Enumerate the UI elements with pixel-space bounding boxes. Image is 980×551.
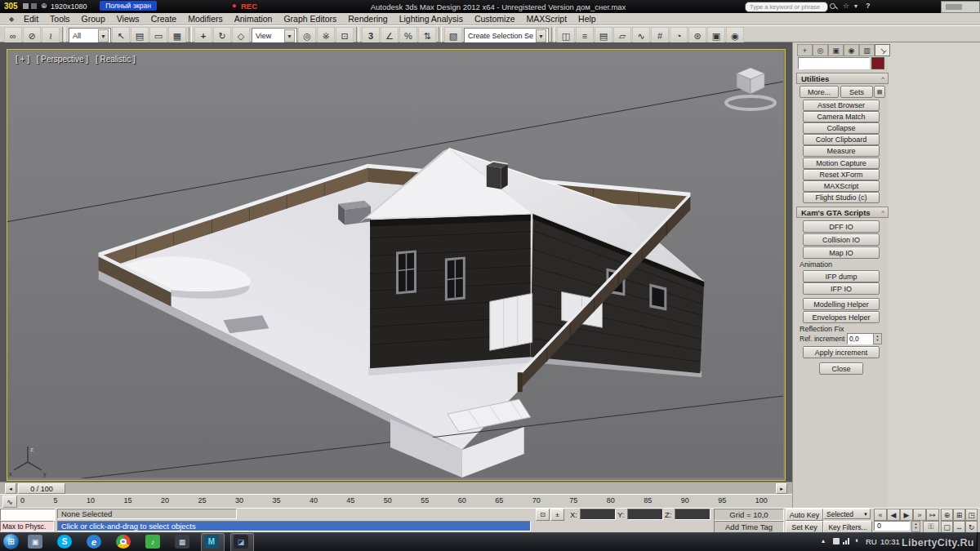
utilities-more-button[interactable]: More... xyxy=(800,86,839,98)
tab-hierarchy[interactable]: ▣ xyxy=(828,44,844,56)
tab-create[interactable]: + xyxy=(797,44,813,56)
time-slider-right-arrow[interactable]: ▸ xyxy=(776,483,787,494)
kams-close-button[interactable]: Close xyxy=(819,362,863,375)
kams-collision-io-button[interactable]: Collision IO xyxy=(803,233,880,246)
utility-motion-capture[interactable]: Motion Capture xyxy=(803,158,880,169)
viewport-menu-general[interactable]: [ + ] xyxy=(16,55,29,64)
menu-animation[interactable]: Animation xyxy=(229,13,278,24)
viewport-menu-shading[interactable]: [ Realistic ] xyxy=(96,55,136,64)
zoom-icon[interactable]: ⊕ xyxy=(941,509,953,521)
utility-measure[interactable]: Measure xyxy=(803,145,880,157)
tab-modify[interactable]: ◎ xyxy=(813,44,828,56)
mini-curve-editor-icon[interactable]: ∿ xyxy=(2,495,17,508)
zoom-extents-icon[interactable]: ◳ xyxy=(965,509,978,521)
menu-customize[interactable]: Customize xyxy=(469,13,521,24)
start-button[interactable]: ⊞ xyxy=(3,534,19,549)
3dsmax-icon[interactable]: M xyxy=(204,535,219,549)
chrome-icon[interactable] xyxy=(116,535,131,549)
green-app-icon[interactable]: ♪ xyxy=(145,535,160,549)
tray-network-icon[interactable] xyxy=(843,538,850,544)
play-button[interactable]: ▶ xyxy=(900,509,913,521)
y-coordinate-field[interactable] xyxy=(627,509,663,520)
tab-display[interactable]: ▥ xyxy=(859,44,875,56)
absolute-offset-icon[interactable]: ± xyxy=(550,509,564,521)
favorites-star-icon[interactable]: ☆ xyxy=(843,2,849,10)
orbit-icon[interactable]: ↻ xyxy=(965,521,978,533)
kams-modelling-helper-button[interactable]: Modelling Helper xyxy=(803,298,880,310)
kams-rollout-header[interactable]: Kam's GTA Scripts ^ xyxy=(796,207,889,218)
viewport-perspective[interactable]: z x y [ + ] [ Perspective ] [ Realistic … xyxy=(7,49,786,481)
utility-collapse[interactable]: Collapse xyxy=(803,122,880,134)
set-key-button[interactable]: Set Key xyxy=(786,521,823,533)
add-time-tag[interactable]: Add Time Tag xyxy=(714,521,784,533)
ref-increment-spinner[interactable]: ▲▼ xyxy=(873,333,882,344)
z-coordinate-field[interactable] xyxy=(675,509,710,520)
go-to-start-button[interactable]: « xyxy=(874,509,887,521)
kams-dff-io-button[interactable]: DFF IO xyxy=(803,220,880,233)
time-slider-left-arrow[interactable]: ◂ xyxy=(5,483,16,494)
tab-motion[interactable]: ◉ xyxy=(844,44,859,56)
search-icon[interactable] xyxy=(830,2,839,11)
go-to-end-button[interactable]: ↦ xyxy=(926,509,939,521)
show-desktop-button[interactable] xyxy=(977,532,980,551)
menu-views[interactable]: Views xyxy=(111,13,145,24)
menu-lighting-analysis[interactable]: Lighting Analysis xyxy=(394,13,469,24)
x-coordinate-field[interactable] xyxy=(580,509,616,520)
kams-envelopes-helper-button[interactable]: Envelopes Helper xyxy=(803,311,880,323)
pan-view-icon[interactable]: ↔ xyxy=(953,521,965,533)
utilities-sets-button[interactable]: Sets xyxy=(840,86,873,98)
ref-increment-field[interactable]: 0,0 xyxy=(847,333,875,344)
menu-edit[interactable]: Edit xyxy=(18,13,44,24)
infocenter-dropdown-icon[interactable]: ▾ xyxy=(854,2,858,10)
viewport-menu-pov[interactable]: [ Perspective ] xyxy=(37,55,88,64)
tray-icon-1[interactable] xyxy=(833,538,840,544)
menu-rendering[interactable]: Rendering xyxy=(342,13,393,24)
time-slider-track[interactable]: ◂ 0 / 100 ▸ xyxy=(0,482,792,494)
dark-app-icon[interactable]: ▦ xyxy=(175,535,189,549)
kams-apply-increment-button[interactable]: Apply increment xyxy=(803,346,880,358)
utility-flight-studio[interactable]: Flight Studio (c) xyxy=(803,192,880,203)
reference-coordinate-dropdown[interactable]: View▼ xyxy=(252,28,297,44)
selection-filter-dropdown[interactable]: All▼ xyxy=(69,28,111,44)
tray-expand-icon[interactable]: ▴ xyxy=(822,537,825,544)
maxscript-mini-listener-bottom[interactable]: Max to Physc. xyxy=(0,521,54,531)
menu-help[interactable]: Help xyxy=(572,13,602,24)
kams-map-io-button[interactable]: Map IO xyxy=(803,247,880,259)
taskbar-app-icon-1[interactable]: ▣ xyxy=(28,535,42,549)
utility-asset-browser[interactable]: Asset Browser xyxy=(803,100,880,111)
zoom-all-icon[interactable]: ⊞ xyxy=(953,509,965,521)
clock[interactable]: 10:31 xyxy=(880,537,900,546)
selection-set-keys-dropdown[interactable]: Selected ▼ xyxy=(823,509,871,519)
viewport-3d-scene[interactable]: z x y xyxy=(7,50,783,478)
kams-ifp-io-button[interactable]: IFP IO xyxy=(803,282,880,295)
key-filters-button[interactable]: Key Filters... xyxy=(823,521,872,533)
internet-explorer-icon[interactable]: e xyxy=(87,535,101,549)
language-indicator[interactable]: RU xyxy=(866,537,877,546)
object-name-field[interactable] xyxy=(798,57,870,69)
tray-volume-icon[interactable]: ◖ xyxy=(854,536,858,544)
utility-camera-match[interactable]: Camera Match xyxy=(803,111,880,122)
field-of-view-icon[interactable]: ▢ xyxy=(941,521,953,533)
utility-reset-xform[interactable]: Reset XForm xyxy=(803,169,880,180)
menu-graph-editors[interactable]: Graph Editors xyxy=(278,13,342,24)
utilities-rollout-header[interactable]: Utilities ^ xyxy=(796,73,889,84)
infocenter-search[interactable]: Type a keyword or phrase xyxy=(745,2,828,12)
utility-color-clipboard[interactable]: Color Clipboard xyxy=(803,134,880,145)
menu-tools[interactable]: Tools xyxy=(44,13,76,24)
object-color-swatch[interactable] xyxy=(871,57,884,69)
current-frame-field[interactable]: 0 xyxy=(874,521,910,531)
utilities-config-icon[interactable]: ▤ xyxy=(874,86,885,98)
kams-ifp-dump-button[interactable]: IFP dump xyxy=(803,270,880,282)
named-selection-set-dropdown[interactable]: Create Selection Se▼ xyxy=(464,28,549,44)
utility-maxscript[interactable]: MAXScript xyxy=(803,180,880,192)
menu-group[interactable]: Group xyxy=(76,13,111,24)
dark-app-icon-2[interactable]: ◪ xyxy=(234,535,248,549)
key-mode-toggle-icon[interactable]: ⚿ xyxy=(923,521,939,533)
menu-modifiers[interactable]: Modifiers xyxy=(182,13,229,24)
time-slider-handle[interactable]: 0 / 100 xyxy=(18,483,65,494)
previous-frame-button[interactable]: ◀ xyxy=(887,509,900,521)
maxscript-mini-listener-top[interactable] xyxy=(0,509,56,521)
skype-icon[interactable]: S xyxy=(57,535,72,549)
help-icon[interactable]: ? xyxy=(866,2,871,10)
tab-utilities[interactable]: ⊤ xyxy=(875,44,890,56)
